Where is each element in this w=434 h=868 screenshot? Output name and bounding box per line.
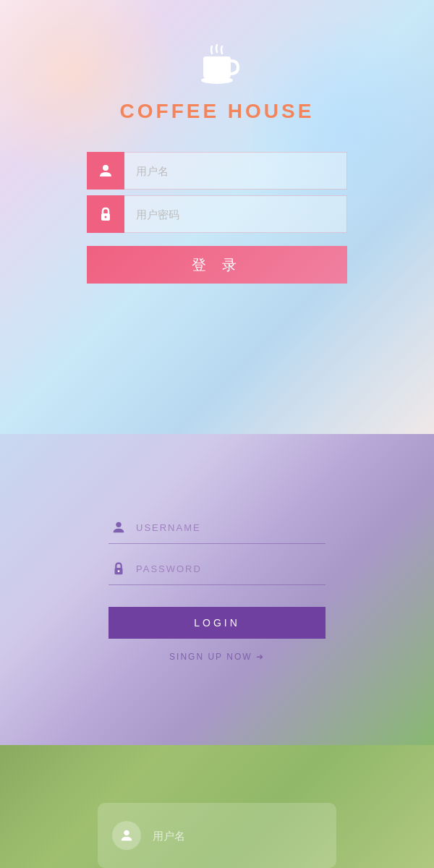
- user-icon-box-2: [109, 517, 129, 537]
- svg-point-5: [116, 522, 121, 527]
- lock-icon-box-1: [87, 195, 124, 233]
- user-icon-box-3: [112, 821, 141, 850]
- lock-icon-box-2: [109, 558, 129, 579]
- user-icon-1: [97, 162, 114, 179]
- login-screen-3: [0, 745, 434, 868]
- lock-icon-2: [111, 561, 127, 576]
- username-input-1[interactable]: [124, 152, 347, 190]
- password-row-1: [87, 195, 347, 233]
- username-row-2: [109, 517, 326, 544]
- username-row-1: [87, 152, 347, 190]
- login-screen-2: LOGIN SINGN UP NOW ➜: [0, 434, 434, 745]
- svg-point-2: [103, 165, 109, 171]
- password-input-1[interactable]: [124, 195, 347, 233]
- coffee-cup-icon: [192, 43, 242, 94]
- login-button-1[interactable]: 登 录: [87, 246, 347, 284]
- lock-icon-1: [97, 205, 114, 223]
- svg-rect-0: [203, 56, 231, 78]
- logo-area: COFFEE HOUSE: [120, 43, 315, 123]
- username-input-3[interactable]: [153, 830, 322, 842]
- svg-point-1: [201, 77, 233, 84]
- user-icon-2: [111, 519, 127, 535]
- brand-title: COFFEE HOUSE: [120, 100, 315, 123]
- login-screen-1: COFFEE HOUSE 登 录: [0, 0, 434, 434]
- login-button-2[interactable]: LOGIN: [109, 607, 326, 639]
- user-icon-box-1: [87, 152, 124, 190]
- user-icon-3: [119, 827, 135, 843]
- svg-point-7: [118, 570, 120, 572]
- username-input-2[interactable]: [136, 522, 326, 533]
- svg-point-4: [105, 216, 107, 218]
- username-card-3: [98, 803, 336, 868]
- password-row-2: [109, 558, 326, 585]
- svg-point-8: [124, 830, 129, 835]
- signup-link[interactable]: SINGN UP NOW ➜: [169, 652, 265, 662]
- login-form-1: 登 录: [87, 152, 347, 284]
- login-form-2: LOGIN SINGN UP NOW ➜: [109, 517, 326, 662]
- password-input-2[interactable]: [136, 563, 326, 574]
